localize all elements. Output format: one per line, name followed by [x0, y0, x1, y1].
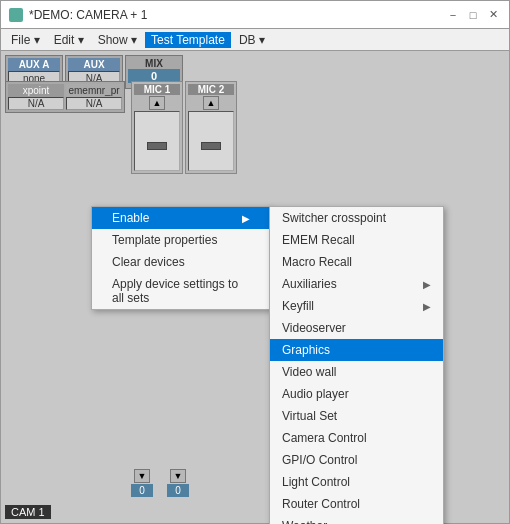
sub-graphics-label: Graphics [282, 343, 330, 357]
sub-item-macro[interactable]: Macro Recall [270, 251, 443, 273]
aux-a-label: AUX A [8, 58, 60, 71]
menu-bar: File ▾ Edit ▾ Show ▾ Test Template DB ▾ [0, 28, 510, 50]
context-item-template-props[interactable]: Template properties [92, 229, 270, 251]
sub-item-light-control[interactable]: Light Control [270, 471, 443, 493]
menu-db[interactable]: DB ▾ [233, 32, 271, 48]
minimize-button[interactable]: − [445, 7, 461, 23]
context-enable-arrow: ▶ [242, 213, 250, 224]
context-item-clear-devices[interactable]: Clear devices [92, 251, 270, 273]
bottom-fader-buttons: ▼ 0 ▼ 0 [131, 469, 189, 497]
sub-videoserver-label: Videoserver [282, 321, 346, 335]
window-title: *DEMO: CAMERA + 1 [29, 8, 147, 22]
maximize-button[interactable]: □ [465, 7, 481, 23]
mic-1-up-btn-group: ▲ [149, 96, 165, 110]
sub-virtual-set-label: Virtual Set [282, 409, 337, 423]
menu-edit[interactable]: Edit ▾ [48, 32, 90, 48]
sub-item-camera-control[interactable]: Camera Control [270, 427, 443, 449]
context-enable-label: Enable [112, 211, 149, 225]
mic-2-strip: MIC 2 ▲ [185, 81, 237, 174]
sub-aux-arrow: ▶ [423, 279, 431, 290]
sub-item-audio-player[interactable]: Audio player [270, 383, 443, 405]
sub-item-graphics[interactable]: Graphics [270, 339, 443, 361]
sub-router-control-label: Router Control [282, 497, 360, 511]
sub-item-videoserver[interactable]: Videoserver [270, 317, 443, 339]
menu-file[interactable]: File ▾ [5, 32, 46, 48]
menu-test-template[interactable]: Test Template [145, 32, 231, 48]
sub-item-router-control[interactable]: Router Control [270, 493, 443, 515]
sub-switcher-label: Switcher crosspoint [282, 211, 386, 225]
sub-item-auxiliaries[interactable]: Auxiliaries ▶ [270, 273, 443, 295]
mic-1-up-btn[interactable]: ▲ [149, 96, 165, 110]
mic-2-bottom-group: ▼ 0 [167, 469, 189, 497]
xpoint-val2: N/A [66, 97, 122, 110]
sub-item-virtual-set[interactable]: Virtual Set [270, 405, 443, 427]
sub-keyfill-label: Keyfill [282, 299, 314, 313]
sub-weather-label: Weather [282, 519, 327, 524]
mic-2-fader-tick [201, 142, 221, 150]
main-window: AUX A none AUX N/A MIX 0 xpoint ememnr_p… [0, 50, 510, 524]
window-controls: − □ ✕ [445, 7, 501, 23]
close-button[interactable]: ✕ [485, 7, 501, 23]
mic-1-label: MIC 1 [134, 84, 180, 95]
mix-label: MIX [145, 58, 163, 69]
sub-emem-label: EMEM Recall [282, 233, 355, 247]
xpoint-row: xpoint ememnr_pr N/A N/A [5, 81, 125, 113]
mic-2-up-btn-group: ▲ [203, 96, 219, 110]
context-item-apply-settings[interactable]: Apply device settings to all sets [92, 273, 270, 309]
mic-1-bottom-value: 0 [131, 484, 153, 497]
xpoint-emem-label: ememnr_pr [66, 84, 122, 97]
mic-1-bottom-group: ▼ 0 [131, 469, 153, 497]
title-bar: *DEMO: CAMERA + 1 − □ ✕ [0, 0, 510, 28]
mic-2-down-btn[interactable]: ▼ [170, 469, 186, 483]
context-menu-2: Switcher crosspoint EMEM Recall Macro Re… [269, 206, 444, 524]
mic-2-bottom-value: 0 [167, 484, 189, 497]
aux-label: AUX [68, 58, 120, 71]
mic-1-fader[interactable] [134, 111, 180, 171]
sub-audio-player-label: Audio player [282, 387, 349, 401]
sub-aux-label: Auxiliaries [282, 277, 337, 291]
sub-item-gpio[interactable]: GPI/O Control [270, 449, 443, 471]
title-bar-left: *DEMO: CAMERA + 1 [9, 8, 147, 22]
sub-item-keyfill[interactable]: Keyfill ▶ [270, 295, 443, 317]
context-template-label: Template properties [112, 233, 217, 247]
context-clear-label: Clear devices [112, 255, 185, 269]
mic-1-down-btn[interactable]: ▼ [134, 469, 150, 483]
app-icon [9, 8, 23, 22]
mic-1-strip: MIC 1 ▲ [131, 81, 183, 174]
mic-2-up-btn[interactable]: ▲ [203, 96, 219, 110]
mic-1-fader-tick [147, 142, 167, 150]
sub-macro-label: Macro Recall [282, 255, 352, 269]
xpoint-strip: xpoint ememnr_pr N/A N/A [5, 81, 125, 113]
sub-item-video-wall[interactable]: Video wall [270, 361, 443, 383]
xpoint-label: xpoint [8, 84, 64, 97]
xpoint-val1: N/A [8, 97, 64, 110]
sub-item-weather[interactable]: Weather [270, 515, 443, 524]
menu-show[interactable]: Show ▾ [92, 32, 143, 48]
sub-video-wall-label: Video wall [282, 365, 336, 379]
mic-2-label: MIC 2 [188, 84, 234, 95]
sub-light-control-label: Light Control [282, 475, 350, 489]
sub-keyfill-arrow: ▶ [423, 301, 431, 312]
mic-strips-container: MIC 1 ▲ MIC 2 ▲ [131, 81, 237, 174]
mic-2-fader[interactable] [188, 111, 234, 171]
context-menu-1: Enable ▶ Template properties Clear devic… [91, 206, 271, 310]
context-item-enable[interactable]: Enable ▶ [92, 207, 270, 229]
sub-camera-control-label: Camera Control [282, 431, 367, 445]
sub-item-switcher[interactable]: Switcher crosspoint [270, 207, 443, 229]
sub-item-emem[interactable]: EMEM Recall [270, 229, 443, 251]
cam-label: CAM 1 [5, 505, 51, 519]
sub-gpio-label: GPI/O Control [282, 453, 357, 467]
context-apply-label: Apply device settings to all sets [112, 277, 250, 305]
